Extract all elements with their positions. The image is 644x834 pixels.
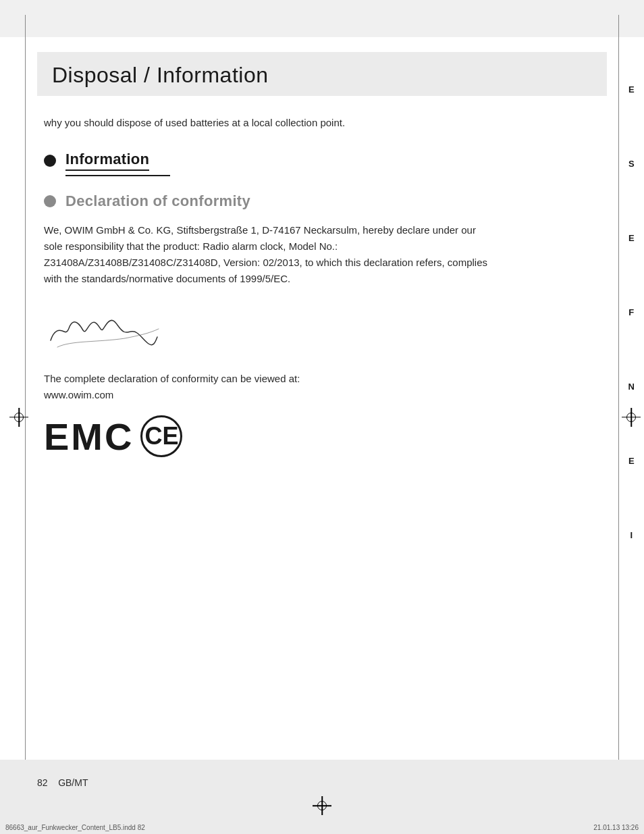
right-letter-e3: E: [628, 423, 635, 498]
information-heading-text: Information: [65, 151, 149, 171]
page-header-box: Disposal / Information: [37, 52, 607, 96]
right-letter-s: S: [628, 126, 635, 201]
right-letter-i: I: [628, 498, 635, 572]
right-letter-f: F: [628, 275, 635, 349]
signature-svg: [44, 303, 179, 357]
footer-page-number: 82 GB/MT: [37, 777, 88, 788]
main-content: Disposal / Information why you should di…: [37, 52, 607, 739]
ce-mark: CE: [140, 415, 182, 457]
right-language-letters: E S E F N E I: [628, 52, 635, 572]
right-letter-n: N: [628, 349, 635, 423]
information-underline: [65, 175, 170, 176]
bottom-footer: 82 GB/MT: [0, 760, 644, 834]
body-paragraph: why you should dispose of used batteries…: [44, 115, 503, 130]
declaration-heading-text: Declaration of conformity: [65, 192, 250, 210]
right-letter-e1: E: [628, 52, 635, 126]
right-letter-e2: E: [628, 201, 635, 275]
date-info: 21.01.13 13:26: [593, 824, 639, 831]
emc-text: EMC: [44, 415, 134, 459]
signature-area: [44, 303, 607, 360]
bottom-crosshair: [313, 796, 331, 815]
page-outer: Disposal / Information why you should di…: [0, 15, 644, 834]
url-intro-text: The complete declaration of conformity c…: [44, 371, 607, 402]
information-bullet: [44, 155, 56, 167]
page-header-title: Disposal / Information: [52, 63, 592, 88]
declaration-body: We, OWIM GmbH & Co. KG, Stiftsbergstraße…: [44, 222, 489, 287]
emc-ce-logo: EMC CE: [44, 415, 607, 459]
declaration-section-heading: Declaration of conformity: [44, 192, 607, 210]
file-info: 86663_aur_Funkwecker_Content_LB5.indd 82: [5, 824, 145, 831]
declaration-bullet: [44, 195, 56, 207]
information-section-heading: Information: [44, 151, 607, 171]
